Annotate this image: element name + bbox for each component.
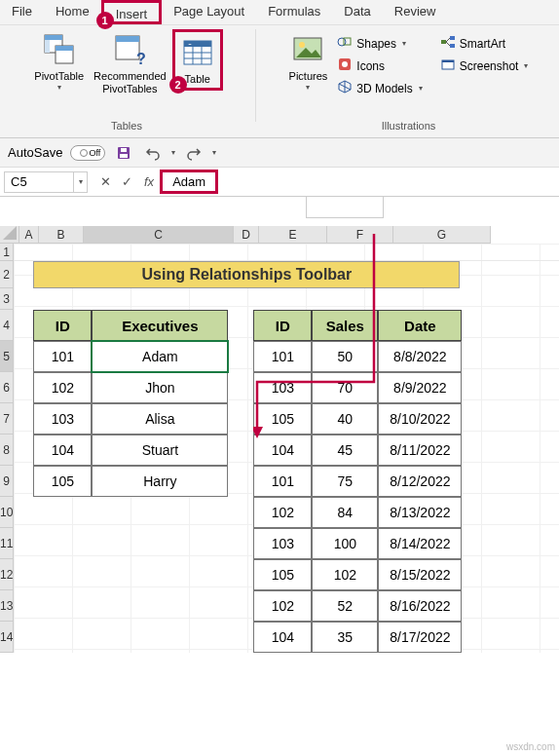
tab-formulas[interactable]: Formulas bbox=[256, 0, 332, 24]
col-header-g[interactable]: G bbox=[393, 226, 491, 244]
save-button[interactable] bbox=[113, 142, 134, 164]
t2-r6-c2[interactable]: 8/14/2022 bbox=[378, 528, 462, 559]
ribbon-body: PivotTable ▾ ? Recommended PivotTables T… bbox=[0, 25, 559, 138]
col-header-e[interactable]: E bbox=[259, 226, 327, 244]
col-header-b[interactable]: B bbox=[39, 226, 84, 244]
svg-point-21 bbox=[342, 61, 348, 67]
t2-r9-c1[interactable]: 35 bbox=[312, 622, 378, 653]
tab-insert[interactable]: Insert 1 bbox=[101, 0, 163, 24]
pivottable-button[interactable]: PivotTable ▾ bbox=[30, 29, 88, 94]
undo-dropdown[interactable]: ▾ bbox=[171, 148, 175, 157]
row-header-2[interactable]: 2 bbox=[0, 261, 14, 288]
t1-r3-c1[interactable]: Stuart bbox=[92, 435, 228, 466]
t2-r3-c1[interactable]: 45 bbox=[312, 435, 378, 466]
ribbon-tabs: File Home Insert 1 Page Layout Formulas … bbox=[0, 0, 559, 25]
shapes-icon bbox=[337, 34, 353, 53]
recommended-pivottables-button[interactable]: ? Recommended PivotTables bbox=[90, 29, 170, 97]
row-header-8[interactable]: 8 bbox=[0, 435, 14, 466]
col-header-f[interactable]: F bbox=[327, 226, 393, 244]
t2-r6-c0[interactable]: 103 bbox=[253, 528, 312, 559]
t2-r7-c1[interactable]: 102 bbox=[312, 559, 378, 590]
t2-r9-c2[interactable]: 8/17/2022 bbox=[378, 622, 462, 653]
t2-r1-c0[interactable]: 103 bbox=[253, 372, 312, 403]
t1-r1-c0[interactable]: 102 bbox=[33, 372, 92, 403]
t2-r5-c0[interactable]: 102 bbox=[253, 497, 312, 528]
row-header-5[interactable]: 5 bbox=[0, 341, 14, 372]
table-label: Table bbox=[185, 73, 210, 86]
tab-file[interactable]: File bbox=[0, 0, 44, 24]
tab-review[interactable]: Review bbox=[383, 0, 448, 24]
t2-r8-c0[interactable]: 102 bbox=[253, 590, 312, 622]
t2-r3-c0[interactable]: 104 bbox=[253, 435, 312, 466]
t2-r2-c0[interactable]: 105 bbox=[253, 403, 312, 435]
row-header-4[interactable]: 4 bbox=[0, 310, 14, 341]
t2-r4-c0[interactable]: 101 bbox=[253, 466, 312, 497]
t2-r7-c2[interactable]: 8/15/2022 bbox=[378, 559, 462, 590]
t2-r9-c0[interactable]: 104 bbox=[253, 622, 312, 653]
name-box[interactable]: C5 bbox=[4, 171, 74, 193]
autosave-toggle[interactable]: Off bbox=[70, 145, 105, 161]
shapes-button[interactable]: Shapes▾ bbox=[333, 33, 426, 54]
t2-r5-c1[interactable]: 84 bbox=[312, 497, 378, 528]
select-all-corner[interactable] bbox=[0, 226, 19, 244]
ribbon-group-tables: PivotTable ▾ ? Recommended PivotTables T… bbox=[0, 25, 253, 137]
row-header-9[interactable]: 9 bbox=[0, 466, 14, 497]
t2-r2-c1[interactable]: 40 bbox=[312, 403, 378, 435]
t2-r0-c1[interactable]: 50 bbox=[312, 341, 378, 372]
smartart-button[interactable]: SmartArt bbox=[436, 33, 533, 54]
t1-r2-c0[interactable]: 103 bbox=[33, 403, 92, 435]
t2-r2-c2[interactable]: 8/10/2022 bbox=[378, 403, 462, 435]
t2-r6-c1[interactable]: 100 bbox=[312, 528, 378, 559]
t1-r4-c1[interactable]: Harry bbox=[92, 466, 228, 497]
t2-r7-c0[interactable]: 105 bbox=[253, 559, 312, 590]
svg-rect-27 bbox=[450, 44, 455, 48]
row-header-13[interactable]: 13 bbox=[0, 590, 14, 622]
t1-r0-c0[interactable]: 101 bbox=[33, 341, 92, 372]
icons-button[interactable]: Icons bbox=[333, 56, 426, 76]
row-header-14[interactable]: 14 bbox=[0, 622, 14, 653]
t1-r0-c1-selected[interactable]: Adam bbox=[92, 341, 228, 372]
t2-r8-c1[interactable]: 52 bbox=[312, 590, 378, 622]
row-header-7[interactable]: 7 bbox=[0, 403, 14, 435]
t1-r2-c1[interactable]: Alisa bbox=[92, 403, 228, 435]
name-box-dropdown[interactable]: ▾ bbox=[74, 171, 88, 193]
t2-r0-c0[interactable]: 101 bbox=[253, 341, 312, 372]
col-header-c[interactable]: C bbox=[84, 226, 234, 244]
tab-data[interactable]: Data bbox=[332, 0, 382, 24]
t1-r4-c0[interactable]: 105 bbox=[33, 466, 92, 497]
t2-r1-c1[interactable]: 70 bbox=[312, 372, 378, 403]
screenshot-button[interactable]: Screenshot▾ bbox=[436, 56, 533, 76]
row-header-1[interactable]: 1 bbox=[0, 244, 14, 261]
undo-button[interactable] bbox=[142, 142, 164, 164]
redo-button[interactable] bbox=[183, 142, 205, 164]
3d-models-button[interactable]: 3D Models▾ bbox=[333, 78, 426, 98]
row-header-3[interactable]: 3 bbox=[0, 288, 14, 310]
t2-r0-c2[interactable]: 8/8/2022 bbox=[378, 341, 462, 372]
redo-dropdown[interactable]: ▾ bbox=[212, 148, 216, 157]
tab-home[interactable]: Home bbox=[44, 0, 101, 24]
t1-r1-c1[interactable]: Jhon bbox=[92, 372, 228, 403]
t2-r3-c2[interactable]: 8/11/2022 bbox=[378, 435, 462, 466]
cancel-formula-button[interactable]: ✕ bbox=[95, 172, 115, 192]
t2-r4-c2[interactable]: 8/12/2022 bbox=[378, 466, 462, 497]
t2-r8-c2[interactable]: 8/16/2022 bbox=[378, 590, 462, 622]
t2-r5-c2[interactable]: 8/13/2022 bbox=[378, 497, 462, 528]
row-header-6[interactable]: 6 bbox=[0, 372, 14, 403]
table-button[interactable]: Table 2 bbox=[172, 29, 223, 91]
col-header-a[interactable]: A bbox=[19, 226, 39, 244]
title-cell: Using Relationships Toolbar bbox=[33, 261, 460, 288]
t2-r4-c1[interactable]: 75 bbox=[312, 466, 378, 497]
formula-value[interactable]: Adam bbox=[160, 170, 218, 194]
fx-icon[interactable]: fx bbox=[144, 174, 154, 189]
col-header-d[interactable]: D bbox=[234, 226, 259, 244]
enter-formula-button[interactable]: ✓ bbox=[117, 172, 136, 192]
t1-r3-c0[interactable]: 104 bbox=[33, 435, 92, 466]
t2-r1-c2[interactable]: 8/9/2022 bbox=[378, 372, 462, 403]
svg-rect-26 bbox=[450, 36, 455, 40]
row-header-11[interactable]: 11 bbox=[0, 528, 14, 559]
row-header-10[interactable]: 10 bbox=[0, 497, 14, 528]
pictures-button[interactable]: Pictures ▾ bbox=[285, 29, 332, 94]
row-header-12[interactable]: 12 bbox=[0, 559, 14, 590]
worksheet[interactable]: A B C D E F G 1 2 3 4 5 6 7 8 9 10 11 12… bbox=[0, 226, 559, 653]
tab-page-layout[interactable]: Page Layout bbox=[162, 0, 256, 24]
